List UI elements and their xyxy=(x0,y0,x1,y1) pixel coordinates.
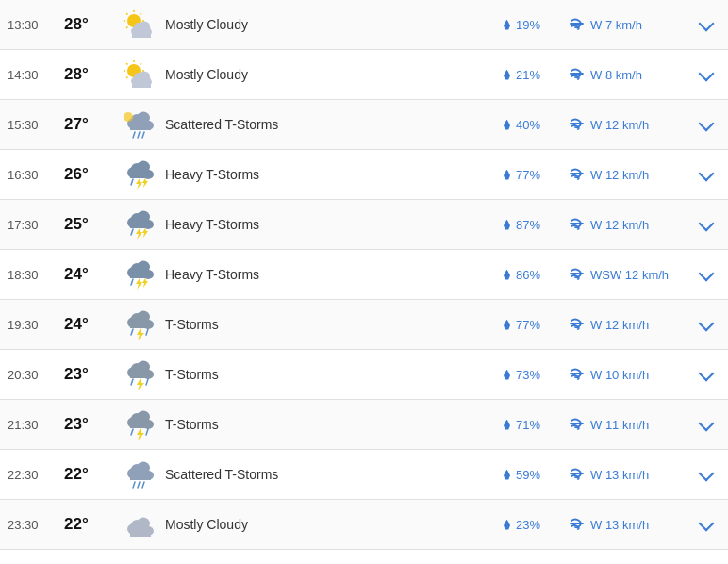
temp-cell: 22° xyxy=(64,515,116,534)
condition-cell: Heavy T-Storms xyxy=(161,267,504,282)
expand-button[interactable] xyxy=(692,368,720,382)
weather-icon-cell xyxy=(116,359,161,390)
svg-line-7 xyxy=(141,13,141,14)
precip-cell: 21% xyxy=(504,68,570,82)
condition-cell: T-Storms xyxy=(161,417,504,432)
table-row[interactable]: 13:30 28° Mostly C xyxy=(0,0,728,50)
condition-cell: Mostly Cloudy xyxy=(161,17,504,32)
table-row[interactable]: 20:30 23° T-Storms 73% xyxy=(0,350,728,400)
svg-point-99 xyxy=(137,462,150,474)
expand-button[interactable] xyxy=(692,68,720,82)
svg-line-5 xyxy=(126,13,127,14)
svg-marker-55 xyxy=(136,228,142,240)
expand-button[interactable] xyxy=(692,18,720,32)
weather-icon-cell xyxy=(116,59,161,90)
time-cell: 15:30 xyxy=(8,118,64,132)
svg-rect-12 xyxy=(132,30,151,38)
expand-button[interactable] xyxy=(692,118,720,132)
weather-icon-cell xyxy=(116,109,161,140)
wind-icon xyxy=(570,167,587,183)
wind-cell: W 12 km/h xyxy=(570,167,692,183)
condition-cell: Scattered T-Storms xyxy=(161,117,504,132)
wind-icon xyxy=(570,17,587,33)
wind-cell: W 8 km/h xyxy=(570,67,692,83)
temp-cell: 23° xyxy=(64,365,116,384)
time-cell: 22:30 xyxy=(8,468,64,482)
time-cell: 19:30 xyxy=(8,318,64,332)
svg-point-29 xyxy=(139,72,150,82)
table-row[interactable]: 23:30 22° Mostly Cloudy 23% W 13 km/h xyxy=(0,500,728,550)
condition-cell: T-Storms xyxy=(161,367,504,382)
temp-cell: 24° xyxy=(64,265,116,284)
svg-marker-82 xyxy=(137,378,144,390)
condition-cell: Scattered T-Storms xyxy=(161,467,504,482)
raindrop-icon xyxy=(504,470,510,480)
expand-button[interactable] xyxy=(692,168,720,182)
time-cell: 23:30 xyxy=(8,518,64,532)
wind-icon xyxy=(570,517,587,533)
table-row[interactable]: 21:30 23° T-Storms 71% xyxy=(0,400,728,450)
precip-cell: 73% xyxy=(504,368,570,382)
condition-cell: Heavy T-Storms xyxy=(161,167,504,182)
svg-line-20 xyxy=(126,63,127,64)
chevron-down-icon xyxy=(699,515,715,531)
svg-marker-56 xyxy=(142,228,148,238)
wind-icon xyxy=(570,417,587,433)
chevron-down-icon xyxy=(699,465,715,481)
svg-line-75 xyxy=(146,329,148,335)
precip-cell: 40% xyxy=(504,118,570,132)
weather-icon-cell xyxy=(116,159,161,190)
svg-line-37 xyxy=(138,132,140,138)
table-row[interactable]: 17:30 25° Heavy T-Storms 87% xyxy=(0,200,728,250)
expand-button[interactable] xyxy=(692,218,720,232)
condition-cell: Heavy T-Storms xyxy=(161,217,504,232)
weather-icon-cell xyxy=(116,259,161,290)
table-row[interactable]: 15:30 27° Scattered T-Storms 40% xyxy=(0,100,728,150)
svg-marker-73 xyxy=(137,328,144,340)
svg-rect-27 xyxy=(132,80,151,88)
time-cell: 16:30 xyxy=(8,168,64,182)
temp-cell: 26° xyxy=(64,165,116,184)
weather-icon-cell xyxy=(116,409,161,440)
svg-point-72 xyxy=(137,311,150,323)
expand-button[interactable] xyxy=(692,318,720,332)
precip-cell: 59% xyxy=(504,468,570,482)
precip-cell: 23% xyxy=(504,518,570,532)
time-cell: 21:30 xyxy=(8,418,64,432)
temp-cell: 28° xyxy=(64,65,116,84)
chevron-down-icon xyxy=(699,115,715,131)
weather-icon-cell xyxy=(116,9,161,40)
weather-icon-cell xyxy=(116,209,161,240)
raindrop-icon xyxy=(504,520,510,530)
wind-cell: W 7 km/h xyxy=(570,17,692,33)
wind-cell: W 12 km/h xyxy=(570,317,692,333)
expand-button[interactable] xyxy=(692,468,720,482)
svg-line-22 xyxy=(141,63,141,64)
wind-icon xyxy=(570,467,587,483)
raindrop-icon xyxy=(504,170,510,180)
svg-line-23 xyxy=(126,77,127,78)
wind-icon xyxy=(570,67,587,83)
time-cell: 14:30 xyxy=(8,68,64,82)
table-row[interactable]: 14:30 28° Mostly C xyxy=(0,50,728,100)
expand-button[interactable] xyxy=(692,268,720,282)
svg-point-90 xyxy=(137,411,150,423)
table-row[interactable]: 18:30 24° Heavy T-Storms 86% xyxy=(0,250,728,300)
table-row[interactable]: 16:30 26° Heavy T-Storms 77% xyxy=(0,150,728,200)
svg-line-101 xyxy=(138,482,140,488)
chevron-down-icon xyxy=(699,165,715,181)
expand-button[interactable] xyxy=(692,418,720,432)
weather-icon-cell xyxy=(116,509,161,539)
svg-line-83 xyxy=(131,379,133,385)
wind-cell: WSW 12 km/h xyxy=(570,267,692,283)
svg-marker-46 xyxy=(136,178,142,190)
table-row[interactable]: 19:30 24° T-Storms 77% xyxy=(0,300,728,350)
svg-line-100 xyxy=(133,482,135,488)
temp-cell: 28° xyxy=(64,15,116,34)
chevron-down-icon xyxy=(699,315,715,331)
precip-cell: 87% xyxy=(504,218,570,232)
condition-cell: Mostly Cloudy xyxy=(161,67,504,82)
wind-cell: W 12 km/h xyxy=(570,117,692,133)
expand-button[interactable] xyxy=(692,518,720,532)
table-row[interactable]: 22:30 22° Scattered T-Storms 59% xyxy=(0,450,728,500)
